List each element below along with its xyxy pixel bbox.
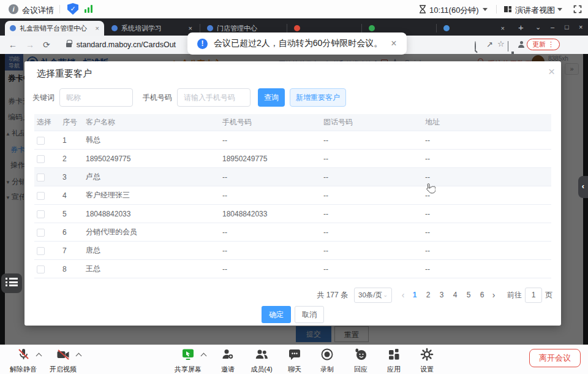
browser-update-button[interactable]: 更新 ⋮	[527, 39, 560, 50]
zoom-icon[interactable]	[475, 42, 476, 51]
page-5[interactable]: 5	[462, 291, 475, 299]
tab-close-icon[interactable]: ×	[189, 25, 192, 32]
view-mode-label[interactable]: 演讲者视图	[515, 5, 555, 16]
tab-separator	[200, 24, 200, 32]
row-checkbox[interactable]	[37, 155, 45, 163]
invite-button[interactable]: 邀请	[211, 347, 245, 374]
table-row[interactable]: 3 卢总 -- -- --	[34, 168, 551, 186]
network-signal-icon[interactable]	[85, 5, 94, 13]
share-screen-icon	[181, 347, 195, 362]
timer-dropdown-icon[interactable]	[483, 8, 488, 11]
url-text[interactable]: standard.maboy.cn/CardsOut	[77, 40, 176, 49]
next-page-icon[interactable]: ›	[489, 290, 499, 300]
row-checkbox[interactable]	[37, 247, 45, 255]
share-screen-button[interactable]: 共享屏幕	[171, 347, 205, 374]
meeting-list-fab[interactable]	[1, 273, 22, 293]
tab-close-icon[interactable]: ×	[501, 25, 505, 32]
row-checkbox[interactable]	[37, 192, 45, 200]
panel-collapse-handle[interactable]: ‹	[578, 176, 588, 198]
new-tab-button[interactable]: +	[518, 22, 524, 32]
search-button[interactable]: 查询	[258, 88, 285, 107]
page-unit-label: 页	[545, 290, 552, 300]
divider	[59, 5, 60, 13]
phone-input[interactable]	[177, 88, 251, 107]
page-1[interactable]: 1	[408, 291, 421, 299]
toast-close-icon[interactable]: ×	[391, 38, 396, 49]
hourglass-icon	[419, 5, 426, 13]
bookmark-star-icon[interactable]: ☆	[497, 39, 505, 48]
page-6[interactable]: 6	[475, 291, 489, 299]
table-row[interactable]: 5 18048842033 18048842033 -- --	[34, 205, 551, 223]
reload-icon[interactable]: ⟳	[43, 40, 50, 50]
add-customer-button[interactable]: 新增重要客户	[290, 88, 346, 107]
start-video-button[interactable]: 开启视频	[46, 347, 80, 374]
prev-page-icon[interactable]: ‹	[398, 290, 408, 300]
window-close-button[interactable]: ×	[579, 23, 582, 31]
row-checkbox[interactable]	[37, 265, 45, 273]
reaction-smiley-icon	[353, 347, 368, 362]
tab-close-icon[interactable]: ×	[96, 25, 99, 32]
row-checkbox[interactable]	[37, 174, 45, 181]
mouse-cursor-hand	[425, 183, 435, 195]
apps-button[interactable]: 应用	[377, 347, 411, 374]
page-3[interactable]: 3	[435, 291, 448, 299]
share-icon[interactable]: ↗	[486, 40, 493, 49]
browser-menu-icon[interactable]: ⋮	[548, 40, 554, 48]
lock-icon[interactable]	[66, 43, 72, 47]
tab-separator	[436, 24, 437, 32]
reactions-button[interactable]: 回应	[344, 347, 378, 374]
forward-icon[interactable]: →	[26, 40, 34, 50]
settings-gear-icon	[420, 347, 434, 362]
total-count: 共 177 条	[317, 290, 348, 300]
page-size-select[interactable]: 30条/页⌄	[354, 288, 392, 303]
tab-favicon	[443, 25, 450, 31]
keyword-input[interactable]	[59, 88, 133, 107]
tab-search-icon[interactable]: ⌄	[535, 23, 541, 31]
confirm-button[interactable]: 确定	[262, 306, 291, 323]
table-row[interactable]: 1 韩总 -- -- --	[34, 131, 551, 150]
window-minimize-button[interactable]: –	[551, 23, 554, 31]
view-dropdown-icon[interactable]	[557, 8, 562, 11]
back-icon[interactable]: ←	[9, 40, 17, 50]
members-button[interactable]: 成员(4)	[244, 347, 279, 374]
chat-button[interactable]: 聊天	[277, 347, 312, 374]
record-button[interactable]: 录制	[310, 347, 344, 374]
tab-favicon	[207, 25, 213, 31]
phone-label: 手机号码	[143, 93, 172, 103]
mute-button[interactable]: 解除静音	[6, 347, 40, 374]
window-maximize-button[interactable]: □	[565, 23, 569, 31]
view-layout-icon[interactable]	[503, 5, 512, 13]
table-row[interactable]: 4 客户经理张三 -- -- --	[34, 186, 551, 205]
members-icon	[254, 347, 269, 362]
modal-title: 选择重要客户	[37, 68, 92, 80]
meeting-title: 会议详情	[22, 5, 54, 16]
tab-separator	[287, 24, 287, 32]
pagination: 共 177 条 30条/页⌄ ‹ 1 2 3 4 5 6 › 前往 页	[317, 287, 552, 303]
row-checkbox[interactable]	[37, 229, 45, 237]
tab-favicon	[111, 25, 118, 31]
row-checkbox[interactable]	[37, 137, 45, 145]
meeting-info-icon[interactable]: i	[9, 4, 18, 14]
fullscreen-icon[interactable]	[573, 5, 582, 13]
tab-favicon	[10, 25, 16, 31]
row-checkbox[interactable]	[37, 210, 45, 218]
leave-meeting-button[interactable]: 离开会议	[529, 349, 581, 367]
table-row[interactable]: 6 分销代理的会员 -- -- --	[34, 223, 551, 242]
table-row[interactable]: 2 18950249775 18950249775 -- --	[34, 150, 551, 168]
camera-off-icon	[56, 347, 70, 362]
page-2[interactable]: 2	[421, 291, 435, 299]
table-header: 选择 序号 客户名称 手机号码 固话号码 地址	[34, 114, 551, 131]
browser-tab-active[interactable]: 礼盒营销平台管理中心 ×	[5, 21, 104, 36]
browser-tab[interactable]: ×	[439, 21, 510, 36]
info-icon: !	[197, 39, 208, 49]
goto-page-input[interactable]	[525, 288, 542, 303]
table-row[interactable]: 8 王总 -- -- --	[34, 260, 551, 278]
table-row[interactable]: 7 唐总 -- -- --	[34, 242, 551, 260]
cancel-button[interactable]: 取消	[295, 306, 324, 323]
apps-grid-icon	[386, 347, 401, 362]
browser-tab[interactable]: 系统培训学习 ×	[107, 21, 197, 36]
meeting-toast: ! 会议已超过2人，自动转为60分钟限时会议。 ×	[187, 32, 407, 55]
modal-close-icon[interactable]: ×	[548, 65, 555, 78]
settings-button[interactable]: 设置	[410, 347, 444, 374]
page-4[interactable]: 4	[448, 291, 462, 299]
